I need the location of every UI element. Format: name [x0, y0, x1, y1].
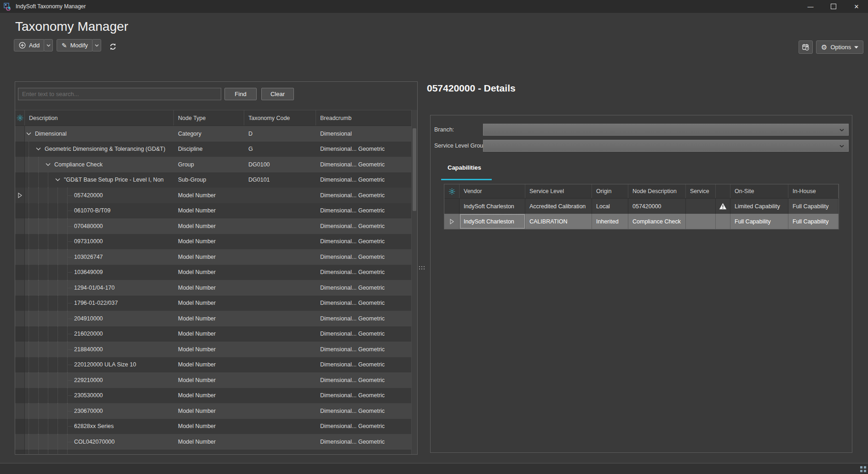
tree-guide-line: [38, 280, 39, 296]
cell-breadcrumb: Dimensional... Geometric: [316, 311, 412, 326]
column-chooser-button[interactable]: [444, 184, 460, 198]
capability-row[interactable]: IndySoft CharlestonAccredited Calibratio…: [444, 199, 839, 214]
column-header-on-site[interactable]: On-Site: [730, 184, 788, 198]
tree-row[interactable]: "GD&T Base Setup Price - Level I, NonSub…: [15, 172, 412, 188]
expand-chevron-icon[interactable]: [55, 178, 60, 182]
vertical-scrollbar[interactable]: [411, 110, 417, 454]
service-level-group-select[interactable]: [483, 140, 849, 152]
tree-row[interactable]: 1294-01/04-170Model NumberDimensional...…: [15, 280, 412, 296]
tree-row[interactable]: 218840000Model NumberDimensional... Geom…: [15, 342, 412, 357]
modify-button[interactable]: ✎ Modify: [57, 39, 93, 51]
resize-grip[interactable]: [860, 466, 866, 472]
tree-guide-stub: [67, 395, 72, 396]
cell-breadcrumb: Dimensional... Geometric: [316, 357, 412, 373]
tree-guide-line: [48, 203, 48, 219]
tree-row[interactable]: 220120000 ULA Size 10Model NumberDimensi…: [15, 357, 412, 373]
column-header-service[interactable]: Service: [686, 184, 716, 198]
search-input[interactable]: [18, 88, 221, 100]
tree-row[interactable]: 097310000Model NumberDimensional... Geom…: [15, 234, 412, 250]
tree-row[interactable]: 070480000Model NumberDimensional... Geom…: [15, 218, 412, 234]
tree-node-label: 204910000: [74, 315, 103, 322]
capabilities-header: VendorService LevelOriginNode Descriptio…: [444, 184, 839, 199]
tree-row[interactable]: 103026747Model NumberDimensional... Geom…: [15, 249, 412, 265]
cell-node-type: Model Number: [174, 218, 244, 234]
minimize-button[interactable]: —: [799, 0, 822, 13]
calendar-button[interactable]: [799, 40, 813, 54]
tree-guide-line: [57, 311, 58, 326]
expand-chevron-icon[interactable]: [46, 163, 51, 166]
cell-status-flag: [716, 199, 730, 214]
modify-dropdown-button[interactable]: [92, 39, 101, 51]
column-header-service-level[interactable]: Service Level: [525, 184, 592, 198]
tree-guide-stub: [67, 442, 72, 442]
tree-row[interactable]: Geometric Dimensioning & Tolerancing (GD…: [15, 142, 412, 157]
add-button[interactable]: Add: [14, 39, 45, 51]
refresh-button[interactable]: [109, 40, 117, 53]
tree-guide-line: [67, 450, 68, 455]
options-button[interactable]: ⚙ Options: [816, 40, 863, 54]
branch-select[interactable]: [483, 124, 849, 136]
cell-breadcrumb: Dimensional... Geometric: [316, 342, 412, 357]
tree-node-label: "GD&T Base Setup Price - Level I, Non: [64, 177, 164, 183]
cell-breadcrumb: Dimensional... Geometric: [316, 218, 412, 234]
tab-capabilities[interactable]: Capabilities: [448, 164, 481, 171]
tree-row[interactable]: 061070-B/T09Model NumberDimensional... G…: [15, 203, 412, 219]
tree-row[interactable]: 229210000Model NumberDimensional... Geom…: [15, 372, 412, 388]
clear-button[interactable]: Clear: [261, 88, 294, 100]
cell-node-description: 057420000: [628, 199, 686, 214]
cell-taxonomy-code: [244, 357, 316, 373]
tree-row[interactable]: 103649009Model NumberDimensional... Geom…: [15, 265, 412, 280]
cell-taxonomy-code: [244, 218, 316, 234]
maximize-button[interactable]: [822, 0, 845, 13]
column-header-in-house[interactable]: In-House: [788, 184, 839, 198]
cell-node-type: Category: [174, 126, 244, 142]
cell-description: 229210000: [25, 372, 174, 388]
cell-taxonomy-code: D: [244, 126, 316, 142]
column-chooser-button[interactable]: [15, 110, 25, 126]
cell-description: Dimensional: [25, 126, 174, 142]
cell-node-type: Model Number: [174, 234, 244, 250]
cell-node-type: Model Number: [174, 296, 244, 311]
tree-row[interactable]: COL042070000Model NumberDimensional... G…: [15, 434, 412, 450]
tree-guide-line: [29, 188, 29, 203]
tree-guide-line: [29, 157, 29, 172]
row-gutter: [444, 214, 460, 229]
tree-row[interactable]: 216020000Model NumberDimensional... Geom…: [15, 326, 412, 342]
column-header-description[interactable]: Description: [25, 110, 174, 126]
column-header-node-type[interactable]: Node Type: [174, 110, 244, 126]
scrollbar-thumb[interactable]: [413, 128, 416, 211]
tree-row[interactable]: 1796-01-022/037Model NumberDimensional..…: [15, 296, 412, 311]
tree-row[interactable]: COL006701023Model NumberDimensional... G…: [15, 450, 412, 455]
column-header-node-description[interactable]: Node Description: [628, 184, 686, 198]
panel-splitter-handle[interactable]: [419, 258, 425, 277]
column-header-taxonomy-code[interactable]: Taxonomy Code: [244, 110, 316, 126]
current-row-indicator-icon: [18, 193, 22, 198]
tree-row[interactable]: 057420000Model NumberDimensional... Geom…: [15, 188, 412, 203]
find-button[interactable]: Find: [224, 88, 257, 100]
tab-active-underline: [441, 179, 492, 180]
cell-taxonomy-code: [244, 280, 316, 296]
tree-row[interactable]: 230670000Model NumberDimensional... Geom…: [15, 403, 412, 419]
tree-guide-line: [57, 403, 58, 419]
tree-row[interactable]: 62828xx SeriesModel NumberDimensional...…: [15, 419, 412, 434]
cell-breadcrumb: Dimensional... Geometric: [316, 296, 412, 311]
expand-chevron-icon[interactable]: [36, 147, 41, 151]
tree-row[interactable]: 204910000Model NumberDimensional... Geom…: [15, 311, 412, 326]
close-button[interactable]: ✕: [845, 0, 868, 13]
tree-row[interactable]: Compliance CheckGroupDG0100Dimensional..…: [15, 157, 412, 172]
tree-row[interactable]: DimensionalCategoryDDimensional: [15, 126, 412, 142]
tree-guide-stub: [67, 349, 72, 350]
tree-guide-line: [38, 172, 39, 188]
add-dropdown-button[interactable]: [44, 39, 53, 51]
capability-row[interactable]: IndySoft CharlestonCALIBRATIONInheritedC…: [444, 214, 839, 229]
column-header-origin[interactable]: Origin: [592, 184, 628, 198]
tree-node-label: 220120000 ULA Size 10: [74, 361, 136, 368]
tree-row[interactable]: 230530000Model NumberDimensional... Geom…: [15, 388, 412, 404]
column-header-breadcrumb[interactable]: Breadcrumb: [316, 110, 414, 126]
cell-taxonomy-code: [244, 188, 316, 203]
column-header-vendor[interactable]: Vendor: [460, 184, 525, 198]
expand-chevron-icon[interactable]: [26, 132, 31, 136]
cell-taxonomy-code: [244, 450, 316, 455]
tree-node-label: 230670000: [74, 408, 103, 414]
column-header-blank[interactable]: [716, 184, 730, 198]
